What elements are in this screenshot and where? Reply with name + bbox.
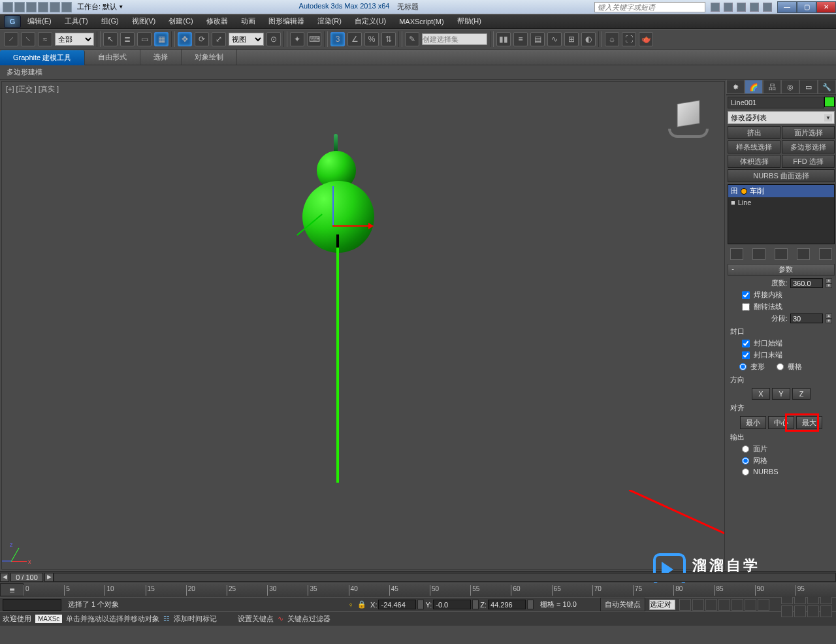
cap-morph-radio[interactable] [739, 363, 747, 370]
modifier-item-lathe[interactable]: 田 车削 [728, 185, 834, 197]
goto-start-icon[interactable] [679, 599, 691, 611]
selection-lock-icon[interactable]: 🔒 [357, 600, 366, 609]
coord-z-input[interactable] [488, 600, 526, 609]
tab-motion-icon[interactable]: ◎ [781, 80, 799, 94]
viewport-label[interactable]: [+] [正交 ] [真实 ] [6, 84, 59, 94]
object-name-input[interactable] [728, 97, 824, 108]
viewcube[interactable] [672, 101, 705, 134]
align-icon[interactable]: ≡ [513, 32, 528, 46]
select-link-icon[interactable]: ⟋ [4, 32, 18, 46]
btn-patch-select[interactable]: 面片选择 [782, 126, 835, 139]
ribbon-tab-freeform[interactable]: 自由形式 [85, 50, 140, 65]
modifier-item-line[interactable]: ■ Line [728, 197, 834, 208]
bind-spacewarp-icon[interactable]: ≈ [38, 32, 52, 46]
move-icon[interactable]: ✥ [178, 32, 192, 46]
cap-start-checkbox[interactable] [742, 340, 750, 347]
pivot-icon[interactable]: ⊙ [266, 32, 281, 46]
dir-z-button[interactable]: Z [792, 388, 811, 400]
tab-hierarchy-icon[interactable]: 品 [763, 80, 781, 94]
schematic-view-icon[interactable]: ⊞ [564, 32, 579, 46]
weld-core-checkbox[interactable] [742, 291, 750, 299]
undo-icon[interactable] [38, 2, 48, 12]
rollup-parameters-header[interactable]: -参数 [728, 264, 835, 276]
modifier-stack[interactable]: 田 车削 ■ Line [728, 184, 835, 244]
cap-end-checkbox[interactable] [742, 351, 750, 359]
new-icon[interactable] [3, 2, 13, 12]
selection-lock-area[interactable] [3, 599, 61, 611]
fov-icon[interactable] [781, 605, 793, 617]
output-nurbs-radio[interactable] [742, 468, 749, 475]
time-config-icon[interactable] [758, 599, 769, 611]
align-min-button[interactable]: 最小 [740, 416, 766, 429]
dir-x-button[interactable]: X [752, 388, 770, 400]
menu-group[interactable]: 组(G) [95, 14, 125, 28]
rotate-icon[interactable]: ⟳ [195, 32, 209, 46]
flip-normals-checkbox[interactable] [742, 303, 750, 311]
ribbon-tab-selection[interactable]: 选择 [140, 50, 182, 65]
show-end-result-icon[interactable] [752, 248, 765, 260]
layers-icon[interactable]: ▤ [530, 32, 545, 46]
edit-named-sel-icon[interactable]: ✎ [405, 32, 419, 46]
add-time-tag-button[interactable]: 添加时间标记 [174, 614, 217, 624]
object-color-swatch[interactable] [824, 97, 835, 107]
comm-center-icon[interactable]: ☷ [163, 615, 170, 623]
min-max-icon[interactable] [820, 605, 832, 617]
curve-editor-icon[interactable]: ∿ [547, 32, 562, 46]
configure-sets-icon[interactable] [819, 248, 832, 260]
trackbar-toggle-icon[interactable]: ≣ [0, 583, 24, 596]
tab-modify-icon[interactable]: 🌈 [745, 80, 763, 94]
btn-poly-select[interactable]: 多边形选择 [782, 140, 835, 153]
degrees-input[interactable] [790, 278, 823, 288]
key-mode-icon[interactable] [745, 599, 756, 611]
degrees-spinner[interactable]: ▲▼ [826, 278, 832, 288]
ribbon-tab-graphite[interactable]: Graphite 建模工具 [0, 50, 85, 65]
select-region-icon[interactable]: ▭ [137, 32, 152, 46]
menu-render[interactable]: 渲染(R) [311, 14, 348, 28]
output-mesh-radio[interactable] [742, 457, 749, 464]
next-frame-icon[interactable] [718, 599, 730, 611]
tab-create-icon[interactable]: ✸ [726, 80, 745, 94]
help-icon[interactable] [763, 3, 772, 12]
mirror-icon[interactable]: ▮▮ [496, 32, 511, 46]
spinner-snap-icon[interactable]: ⇅ [381, 32, 396, 46]
isolate-icon[interactable]: ♀ [348, 601, 353, 609]
tab-display-icon[interactable]: ▭ [799, 80, 818, 94]
percent-snap-icon[interactable]: % [364, 32, 379, 46]
open-icon[interactable] [14, 2, 25, 12]
menu-animation[interactable]: 动画 [234, 14, 262, 28]
redo-icon[interactable] [50, 2, 60, 12]
minimize-button[interactable]: — [777, 1, 797, 13]
autokey-button[interactable]: 自动关键点 [600, 598, 645, 611]
tab-utilities-icon[interactable]: 🔧 [818, 80, 836, 94]
prev-frame-icon[interactable] [692, 599, 704, 611]
material-editor-icon[interactable]: ◐ [581, 32, 596, 46]
key-icon[interactable] [724, 3, 733, 12]
keyboard-shortcut-icon[interactable]: ⌨ [307, 32, 321, 46]
coord-y-spinner[interactable] [472, 600, 479, 609]
coord-z-spinner[interactable] [527, 600, 534, 609]
close-button[interactable]: ✕ [816, 1, 836, 13]
scale-icon[interactable]: ⤢ [212, 32, 226, 46]
time-slider-right[interactable]: ▶ [44, 573, 54, 582]
maximize-viewport-icon[interactable] [807, 605, 819, 617]
unlink-icon[interactable]: ⟍ [21, 32, 35, 46]
setkey-button[interactable]: 设置关键点 [238, 614, 274, 624]
select-by-name-icon[interactable]: ≣ [120, 32, 135, 46]
selection-filter-dropdown[interactable]: 全部 [55, 33, 94, 46]
menu-modifiers[interactable]: 修改器 [200, 14, 234, 28]
goto-end-icon[interactable] [732, 599, 743, 611]
ref-coord-dropdown[interactable]: 视图 [229, 33, 264, 46]
ribbon-panel-label[interactable]: 多边形建模 [7, 67, 42, 77]
help-search-input[interactable] [594, 2, 705, 12]
modifier-list-dropdown[interactable]: 修改器列表 [728, 111, 835, 124]
dir-y-button[interactable]: Y [772, 388, 790, 400]
time-slider-handle[interactable]: 0 / 100 [10, 573, 43, 582]
menu-edit[interactable]: 编辑(E) [21, 14, 58, 28]
coord-x-spinner[interactable] [417, 600, 424, 609]
select-object-icon[interactable]: ↖ [103, 32, 118, 46]
coord-y-input[interactable] [433, 600, 471, 609]
scene-object-gourd[interactable] [302, 134, 374, 253]
segments-spinner[interactable]: ▲▼ [826, 314, 832, 323]
link-icon[interactable] [61, 2, 72, 12]
application-button[interactable]: G [4, 15, 21, 28]
